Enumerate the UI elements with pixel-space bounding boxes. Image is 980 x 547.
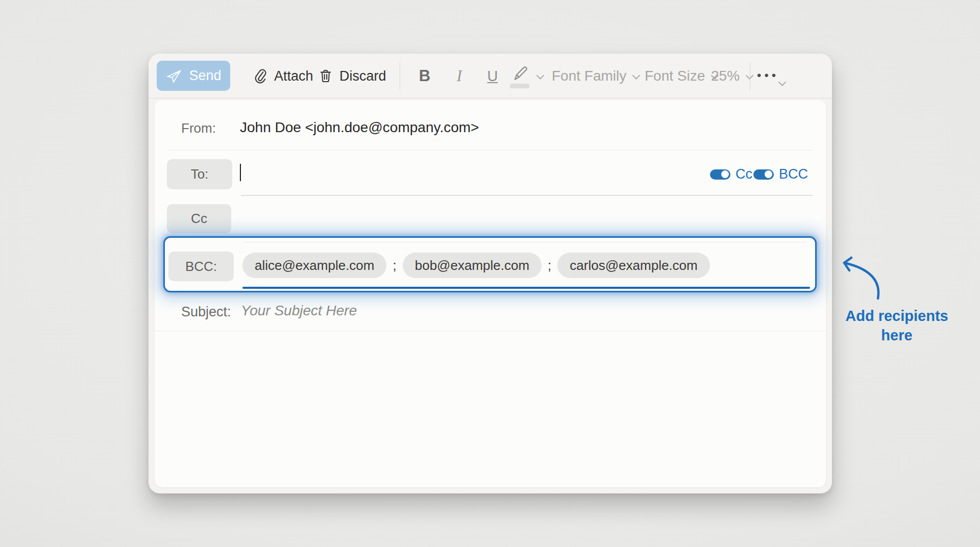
- zoom-value: 25%: [711, 68, 740, 84]
- message-body[interactable]: [155, 331, 826, 487]
- bcc-chips: alice@example.com;bob@example.com;carlos…: [242, 253, 710, 278]
- font-size-dropdown[interactable]: Font Size: [645, 54, 718, 98]
- paperclip-icon: [253, 67, 268, 85]
- desktop-background: Send Attach: [0, 0, 980, 547]
- cc-input-underline: [242, 242, 806, 242]
- compose-form: From: John Doe <john.doe@company.com> To…: [155, 100, 826, 487]
- text-cursor: [240, 164, 241, 181]
- bcc-input-active-underline: [242, 287, 810, 289]
- cc-toggle-group: Cc: [710, 166, 752, 182]
- from-label: From:: [181, 120, 216, 136]
- bcc-toggle-group: BCC: [753, 166, 808, 182]
- font-size-label: Font Size: [645, 68, 705, 84]
- bcc-toggle-label[interactable]: BCC: [779, 166, 808, 182]
- recipient-chip[interactable]: bob@example.com: [403, 253, 542, 278]
- font-family-label: Font Family: [552, 68, 626, 84]
- attach-button[interactable]: Attach: [253, 54, 313, 98]
- toggle-knob: [721, 170, 729, 178]
- toolbar-divider: [400, 62, 400, 90]
- chevron-down-icon: [632, 71, 641, 80]
- italic-button[interactable]: I: [448, 54, 471, 98]
- send-label: Send: [189, 68, 221, 84]
- chip-separator: ;: [391, 258, 397, 274]
- subject-input[interactable]: Your Subject Here: [241, 303, 357, 319]
- chip-separator: ;: [547, 258, 552, 274]
- email-compose-window: Send Attach: [149, 54, 832, 493]
- compose-toolbar: Send Attach: [149, 54, 832, 98]
- bcc-field-label[interactable]: BCC:: [168, 252, 234, 281]
- to-field-label[interactable]: To:: [167, 159, 232, 189]
- highlight-button[interactable]: [510, 54, 543, 98]
- discard-label: Discard: [339, 68, 386, 84]
- from-value: John Doe <john.doe@company.com>: [240, 119, 479, 136]
- cc-toggle-label[interactable]: Cc: [736, 166, 752, 182]
- ribbon-collapse-chevron-icon[interactable]: [778, 78, 787, 86]
- annotation-arrow-icon: [831, 252, 892, 305]
- to-input-underline[interactable]: [241, 195, 813, 196]
- annotation-line-2: here: [838, 326, 955, 345]
- bold-button[interactable]: B: [413, 54, 436, 98]
- trash-icon: [318, 68, 333, 84]
- chevron-down-icon: [536, 71, 545, 80]
- send-button[interactable]: Send: [157, 61, 230, 91]
- bcc-toggle[interactable]: [753, 169, 774, 180]
- toggle-knob: [765, 170, 772, 178]
- row-divider: [168, 150, 813, 151]
- zoom-dropdown[interactable]: 25%: [711, 54, 752, 98]
- annotation-text: Add recipients here: [838, 306, 955, 345]
- cc-toggle[interactable]: [710, 169, 730, 180]
- bcc-field-highlight[interactable]: BCC: alice@example.com;bob@example.com;c…: [163, 236, 817, 292]
- underline-button[interactable]: U: [480, 54, 505, 98]
- paper-plane-icon: [165, 67, 183, 85]
- more-options-button[interactable]: •••: [757, 64, 779, 87]
- recipient-chip[interactable]: alice@example.com: [242, 253, 386, 278]
- recipient-chip[interactable]: carlos@example.com: [557, 253, 709, 278]
- annotation-line-1: Add recipients: [838, 306, 955, 326]
- font-family-dropdown[interactable]: Font Family: [552, 54, 639, 98]
- toolbar-divider: [750, 62, 750, 90]
- subject-label: Subject:: [181, 304, 231, 320]
- highlight-color-swatch: [510, 84, 529, 88]
- cc-field-label[interactable]: Cc: [167, 204, 231, 233]
- attach-label: Attach: [274, 68, 313, 84]
- pen-icon: [510, 63, 532, 89]
- discard-button[interactable]: Discard: [318, 54, 386, 98]
